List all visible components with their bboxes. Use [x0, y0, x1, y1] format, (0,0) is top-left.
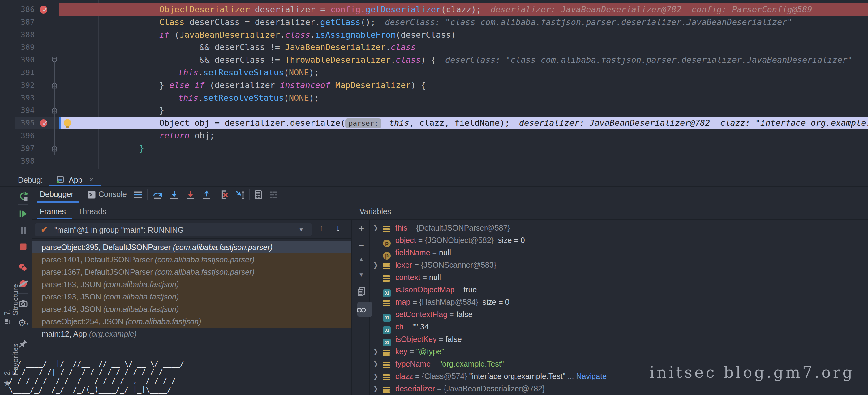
fold-marker-icon[interactable] [51, 145, 59, 152]
debug-label: Debug: [18, 175, 43, 185]
stack-frame-row[interactable]: parse:183, JSON (com.alibaba.fastjson) [32, 278, 351, 291]
mute-breakpoints-button[interactable] [18, 278, 29, 289]
code-line-390: 390&& deserClass != ThrowableDeserialize… [0, 54, 868, 66]
move-up-icon[interactable]: ▲ [356, 256, 367, 267]
stack-frame-row[interactable]: parse:1367, DefaultJSONParser (com.aliba… [32, 266, 351, 278]
show-watches-glasses-icon[interactable] [356, 304, 367, 315]
frame-package: (com.alibaba.fastjson.parser) [173, 243, 273, 252]
param-type-icon: p [383, 249, 391, 257]
fold-marker-icon[interactable] [51, 56, 59, 64]
show-execution-point-icon[interactable] [132, 189, 144, 200]
expand-chevron-icon[interactable]: ❯ [373, 345, 378, 358]
stack-frame-row[interactable]: parseObject:254, JSON (com.alibaba.fastj… [32, 315, 351, 328]
remove-watch-icon[interactable]: − [356, 240, 367, 251]
previous-frame-arrow-icon[interactable]: ↑ [319, 223, 323, 233]
navigate-link[interactable]: Navigate [574, 372, 607, 381]
tab-threads[interactable]: Threads [78, 207, 106, 216]
expand-chevron-icon[interactable]: ❯ [373, 259, 378, 271]
pause-button[interactable] [18, 225, 29, 236]
variable-row-map[interactable]: map = {HashMap@584} size = 0 [371, 296, 866, 308]
variable-value: = [407, 224, 416, 232]
settings-gear-button[interactable]: ⚙▾ [18, 318, 29, 329]
variable-row-deserializer[interactable]: ❯deserializer = {JavaBeanDeserializer@78… [371, 382, 866, 395]
divider [18, 293, 28, 294]
evaluate-expression-icon[interactable] [253, 189, 264, 200]
stack-frame-row[interactable]: main:12, App (org.example) [32, 328, 351, 340]
variables-panel-title: Variables [360, 207, 391, 216]
rerun-button[interactable] [18, 190, 29, 201]
variable-value: "@type" [416, 347, 444, 356]
view-breakpoints-button[interactable] [18, 262, 29, 273]
variable-value: = [435, 384, 444, 393]
breakpoint-icon[interactable]: ✓ [40, 119, 48, 127]
pin-tab-button[interactable] [18, 338, 29, 349]
fold-marker-icon[interactable] [51, 107, 59, 114]
drop-frame-icon[interactable] [218, 189, 229, 200]
intention-bulb-icon[interactable] [64, 119, 71, 126]
inline-debugger-hint: deserializer: JavaBeanDeserializer@782 c… [490, 5, 812, 14]
frame-location: parse:1367, DefaultJSONParser [42, 268, 155, 276]
variable-value: true [463, 285, 477, 294]
close-icon[interactable]: × [89, 175, 94, 184]
add-watch-icon[interactable]: + [356, 223, 367, 234]
expand-chevron-icon[interactable]: ❯ [373, 358, 378, 370]
step-out-icon[interactable] [201, 189, 212, 200]
layout-settings-icon[interactable] [268, 189, 279, 200]
expand-chevron-icon[interactable]: ❯ [373, 222, 378, 234]
move-down-icon[interactable]: ▼ [356, 271, 367, 283]
thread-status-text: "main"@1 in group "main": RUNNING [55, 226, 184, 235]
variable-row-key[interactable]: ❯key = "@type" [371, 345, 866, 358]
code-text: } [139, 142, 144, 155]
duplicate-icon[interactable] [356, 286, 367, 297]
parameter-hint-chip: parser: [345, 119, 381, 128]
variable-value: null [439, 248, 451, 257]
variable-row-isJsonObjectMap[interactable]: 01isJsonObjectMap = true [371, 284, 866, 296]
tab-frames[interactable]: Frames [40, 207, 66, 216]
variable-row-ch[interactable]: 01ch = '"' 34 [371, 321, 866, 333]
fold-marker-icon[interactable] [51, 81, 59, 89]
stack-frame-row[interactable]: parse:193, JSON (com.alibaba.fastjson) [32, 291, 351, 303]
thread-dump-camera-button[interactable] [18, 298, 29, 309]
force-step-into-icon[interactable] [185, 189, 196, 200]
variable-name: isJsonObjectMap [395, 285, 455, 294]
expand-chevron-icon[interactable]: ❯ [373, 382, 378, 395]
code-text: && deserClass != ThrowableDeserializer.c… [199, 54, 852, 66]
variable-name: map [395, 298, 410, 306]
thread-selector-row: ✔ "main"@1 in group "main": RUNNING ▼ ↑ … [32, 220, 351, 239]
code-editor[interactable]: 386✓ObjectDeserializer deserializer = co… [0, 0, 868, 172]
breakpoint-icon[interactable]: ✓ [40, 5, 48, 13]
tab-console[interactable]: Console [98, 190, 127, 199]
variable-row-context[interactable]: context = null [371, 271, 866, 284]
variable-name: lexer [395, 261, 412, 269]
code-text: && deserClass != JavaBeanDeserializer.cl… [199, 41, 416, 54]
step-into-icon[interactable] [168, 189, 180, 200]
variable-value: = [431, 359, 440, 368]
stack-frame-row[interactable]: parse:149, JSON (com.alibaba.fastjson) [32, 303, 351, 315]
variable-value: = [421, 273, 429, 282]
console-icon[interactable] [87, 189, 98, 200]
ide-window: 386✓ObjectDeserializer deserializer = co… [0, 0, 868, 395]
variable-row-isObjectKey[interactable]: 01isObjectKey = false [371, 333, 866, 345]
prim-type-icon: 01 [383, 310, 391, 318]
variable-row-setContextFlag[interactable]: 01setContextFlag = false [371, 308, 866, 321]
resume-button[interactable] [18, 208, 29, 220]
next-frame-arrow-icon[interactable]: ↓ [336, 223, 340, 233]
stack-frame-row[interactable]: parseObject:395, DefaultJSONParser (com.… [32, 241, 351, 254]
run-to-cursor-icon[interactable] [234, 189, 245, 200]
variable-row-this[interactable]: ❯this = {DefaultJSONParser@587} [371, 222, 866, 234]
code-line-389: 389&& deserClass != JavaBeanDeserializer… [0, 41, 868, 54]
stop-button[interactable] [18, 241, 29, 252]
debug-tool-window-header: Debug: App × [0, 172, 868, 187]
expand-chevron-icon[interactable]: ❯ [373, 370, 378, 382]
variable-row-lexer[interactable]: ❯lexer = {JSONScanner@583} [371, 259, 866, 271]
frames-tab-bar: Frames Threads [32, 203, 351, 220]
variable-row-fieldName[interactable]: pfieldName = null [371, 246, 866, 259]
stack-frame-row[interactable]: parse:1401, DefaultJSONParser (com.aliba… [32, 254, 351, 266]
variable-value: = [403, 322, 412, 331]
variable-row-object[interactable]: pobject = {JSONObject@582} size = 0 [371, 234, 866, 246]
step-over-icon[interactable] [152, 189, 163, 200]
tab-debugger[interactable]: Debugger [40, 190, 73, 199]
thread-status-check-icon: ✔ [41, 225, 48, 235]
thread-dropdown[interactable]: ✔ "main"@1 in group "main": RUNNING ▼ [35, 223, 312, 236]
structure-icon[interactable] [4, 318, 11, 325]
